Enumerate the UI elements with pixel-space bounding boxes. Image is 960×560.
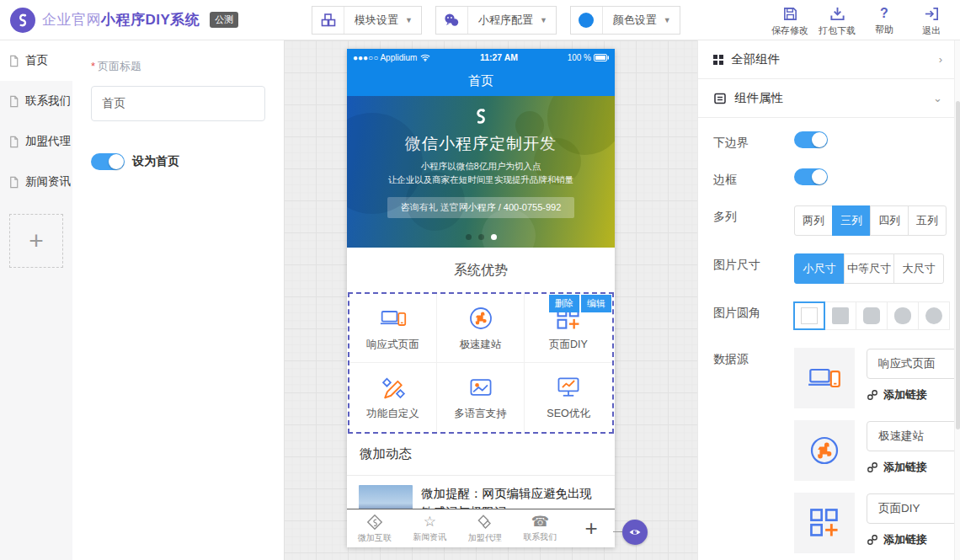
tab-news[interactable]: ☆ 新闻资讯 bbox=[403, 515, 458, 543]
help-button[interactable]: ? 帮助 bbox=[861, 4, 908, 37]
clock-text: 11:27 AM bbox=[480, 52, 518, 62]
chevron-down-icon: ⌄ bbox=[933, 92, 942, 104]
bottom-border-toggle[interactable] bbox=[794, 131, 828, 148]
datasource-name-input[interactable] bbox=[867, 493, 954, 524]
speed-build-icon bbox=[467, 305, 494, 332]
add-page-button[interactable]: + bbox=[9, 214, 63, 268]
add-link-button[interactable]: 添加链接 bbox=[867, 387, 954, 403]
radius-option-square[interactable] bbox=[793, 301, 825, 330]
exit-button[interactable]: 退出 bbox=[908, 4, 955, 37]
exit-icon bbox=[924, 6, 940, 22]
image-size-large[interactable]: 大尺寸 bbox=[893, 253, 944, 284]
columns-option-2[interactable]: 两列 bbox=[794, 205, 833, 236]
columns-segmented: 两列 三列 四列 五列 bbox=[794, 205, 947, 236]
grid-item-speed-build[interactable]: 极速建站 bbox=[437, 294, 525, 363]
preview-button[interactable] bbox=[622, 520, 648, 545]
page-title-input[interactable] bbox=[91, 86, 265, 121]
phone-status-bar: ●●●○○ Applidium 11:27 AM 100 % bbox=[347, 49, 615, 66]
sidebar-item-contact[interactable]: 联系我们 bbox=[0, 81, 72, 121]
chevron-right-icon: › bbox=[939, 53, 942, 66]
module-settings-label: 模块设置 bbox=[344, 13, 405, 28]
prop-row-image-size: 图片尺寸 小尺寸 中等尺寸 大尺寸 bbox=[713, 253, 954, 284]
link-icon bbox=[867, 534, 878, 546]
design-canvas[interactable]: ●●●○○ Applidium 11:27 AM 100 % 首页 bbox=[284, 40, 697, 560]
bottom-border-label: 下边界 bbox=[713, 131, 794, 151]
grid-item-multi-language[interactable]: 多语言支持 bbox=[437, 363, 525, 432]
page-icon bbox=[8, 55, 20, 67]
add-link-button[interactable]: 添加链接 bbox=[867, 460, 954, 475]
brand: 企业官网小程序DIY系统 公测 bbox=[0, 8, 238, 33]
battery-text: 100 % bbox=[568, 53, 591, 62]
hero-logo-icon bbox=[470, 105, 492, 127]
datasource-name-input[interactable] bbox=[867, 349, 954, 379]
page-list-sidebar: 首页 联系我们 加盟代理 新闻资讯 + bbox=[0, 40, 72, 560]
sidebar-item-agency[interactable]: 加盟代理 bbox=[0, 121, 72, 162]
hero-banner[interactable]: 微信小程序定制开发 小程序以微信8亿用户为切入点 让企业以及商家在短时间里实现提… bbox=[347, 96, 615, 248]
columns-option-4[interactable]: 四列 bbox=[870, 205, 909, 236]
plus-icon: + bbox=[584, 515, 597, 541]
tab-contact[interactable]: ☎ 联系我们 bbox=[513, 515, 568, 543]
image-radius-label: 图片圆角 bbox=[713, 301, 794, 330]
beta-badge: 公测 bbox=[210, 12, 238, 28]
sidebar-item-label: 新闻资讯 bbox=[25, 174, 71, 189]
radius-option-xs[interactable] bbox=[824, 301, 856, 330]
radius-option-md[interactable] bbox=[887, 301, 919, 330]
page-title-label: *页面标题 bbox=[91, 59, 265, 74]
grid-item-responsive[interactable]: 响应式页面 bbox=[349, 294, 437, 363]
star-icon: ☆ bbox=[424, 515, 436, 530]
scrollbar-thumb[interactable] bbox=[956, 101, 960, 429]
chevron-down-icon: ▼ bbox=[405, 16, 413, 24]
main-body: 首页 联系我们 加盟代理 新闻资讯 + *页面标题 设为首页 bbox=[0, 40, 960, 560]
header-actions: 保存修改 打包下载 ? 帮助 退出 bbox=[766, 4, 955, 37]
required-mark: * bbox=[91, 60, 95, 72]
download-icon bbox=[829, 6, 845, 22]
add-link-button[interactable]: 添加链接 bbox=[867, 532, 954, 547]
link-icon bbox=[867, 461, 878, 473]
image-size-segmented: 小尺寸 中等尺寸 大尺寸 bbox=[794, 253, 944, 284]
selected-component-grid[interactable]: 删除 编辑 响应式页面 极速建站 页面DIY bbox=[348, 292, 614, 434]
image-size-medium[interactable]: 中等尺寸 bbox=[844, 253, 894, 284]
radius-option-sm[interactable] bbox=[856, 301, 888, 330]
tab-weijia[interactable]: 微加互联 bbox=[347, 514, 403, 544]
tab-agency[interactable]: 加盟代理 bbox=[457, 514, 513, 544]
sidebar-item-label: 联系我们 bbox=[25, 93, 71, 109]
grid-item-seo[interactable]: SEO优化 bbox=[525, 363, 612, 432]
sidebar-item-news[interactable]: 新闻资讯 bbox=[0, 162, 72, 202]
carrier-text: ●●●○○ Applidium bbox=[353, 53, 417, 62]
all-components-header[interactable]: 全部组件 › bbox=[698, 40, 954, 79]
seo-icon bbox=[555, 374, 582, 401]
miniprogram-config-button[interactable]: 小程序配置 ▼ bbox=[435, 6, 557, 35]
sidebar-item-label: 加盟代理 bbox=[25, 134, 71, 149]
page-diy-icon bbox=[794, 493, 855, 553]
tab-add-button[interactable]: + bbox=[568, 515, 615, 541]
grid-item-custom-function[interactable]: 功能自定义 bbox=[349, 363, 437, 432]
set-home-toggle[interactable] bbox=[91, 153, 125, 170]
columns-option-5[interactable]: 五列 bbox=[908, 205, 947, 236]
radius-option-circle[interactable] bbox=[918, 301, 950, 330]
component-props-header[interactable]: 组件属性 ⌄ bbox=[698, 79, 954, 118]
sidebar-item-home[interactable]: 首页 bbox=[0, 40, 72, 81]
edit-component-button[interactable]: 编辑 bbox=[581, 295, 611, 312]
module-settings-button[interactable]: 模块设置 ▼ bbox=[312, 6, 422, 35]
border-toggle[interactable] bbox=[794, 168, 828, 185]
prop-row-bottom-border: 下边界 bbox=[713, 131, 954, 151]
carousel-dots[interactable] bbox=[347, 234, 615, 240]
set-home-row: 设为首页 bbox=[91, 153, 265, 170]
color-settings-button[interactable]: 颜色设置 ▼ bbox=[570, 6, 680, 35]
news-section-title: 微加动态 bbox=[347, 434, 615, 476]
delete-component-button[interactable]: 删除 bbox=[549, 295, 579, 312]
advantages-section-title: 系统优势 bbox=[347, 248, 615, 292]
phone-preview: ●●●○○ Applidium 11:27 AM 100 % 首页 bbox=[347, 49, 615, 547]
columns-option-3[interactable]: 三列 bbox=[832, 205, 871, 236]
hero-subtitle: 小程序以微信8亿用户为切入点 让企业以及商家在短时间里实现提升品牌和销量 bbox=[347, 160, 615, 187]
responsive-icon bbox=[794, 348, 855, 408]
speed-build-icon bbox=[794, 420, 855, 481]
border-label: 边框 bbox=[713, 168, 794, 188]
props-body: 下边界 边框 多列 两列 三列 四列 五列 图片尺寸 小尺寸 bbox=[698, 118, 954, 560]
download-package-button[interactable]: 打包下载 bbox=[813, 4, 861, 37]
datasource-name-input[interactable] bbox=[867, 421, 954, 451]
image-size-small[interactable]: 小尺寸 bbox=[794, 253, 845, 284]
phone-nav-bar: 首页 bbox=[347, 66, 615, 96]
save-button[interactable]: 保存修改 bbox=[766, 4, 813, 37]
window-scrollbar[interactable] bbox=[954, 40, 960, 560]
